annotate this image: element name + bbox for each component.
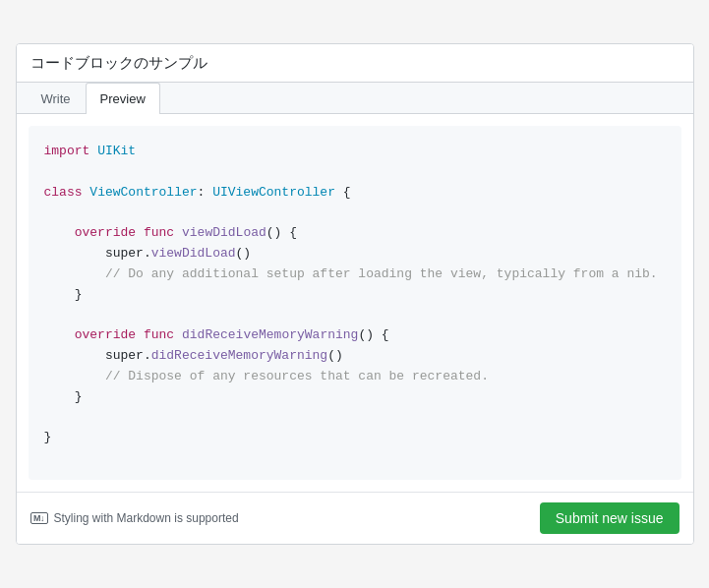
code-line-10: }	[44, 387, 666, 408]
code-line-5: // Do any additional setup after loading…	[44, 265, 666, 285]
code-line-blank-1	[44, 162, 666, 183]
code-line-4: super.viewDidLoad()	[44, 244, 666, 265]
code-preview: import UIKit class ViewController: UIVie…	[29, 126, 681, 480]
tab-bar: Write Preview	[17, 83, 693, 114]
code-line-blank-2	[44, 203, 666, 223]
code-line-blank-3	[44, 305, 666, 325]
submit-button[interactable]: Submit new issue	[540, 502, 679, 534]
markdown-hint-text: Styling with Markdown is supported	[54, 511, 239, 525]
title-bar	[17, 44, 693, 83]
tab-write[interactable]: Write	[27, 83, 86, 114]
code-line-8: super.didReceiveMemoryWarning()	[44, 346, 666, 367]
code-line-blank-4	[44, 407, 666, 428]
markdown-hint: M↓ Styling with Markdown is supported	[30, 511, 239, 525]
code-line-1: import UIKit	[44, 142, 666, 162]
issue-form: Write Preview import UIKit class ViewCon…	[16, 43, 694, 545]
code-line-7: override func didReceiveMemoryWarning() …	[44, 325, 666, 346]
footer: M↓ Styling with Markdown is supported Su…	[17, 492, 693, 544]
markdown-icon: M↓	[30, 512, 48, 524]
title-input[interactable]	[30, 55, 679, 72]
code-line-11: }	[44, 428, 666, 448]
code-line-3: override func viewDidLoad() {	[44, 223, 666, 244]
code-line-9: // Dispose of any resources that can be …	[44, 367, 666, 387]
tab-preview[interactable]: Preview	[86, 83, 160, 114]
code-line-6: }	[44, 285, 666, 306]
code-line-2: class ViewController: UIViewController {	[44, 183, 666, 204]
